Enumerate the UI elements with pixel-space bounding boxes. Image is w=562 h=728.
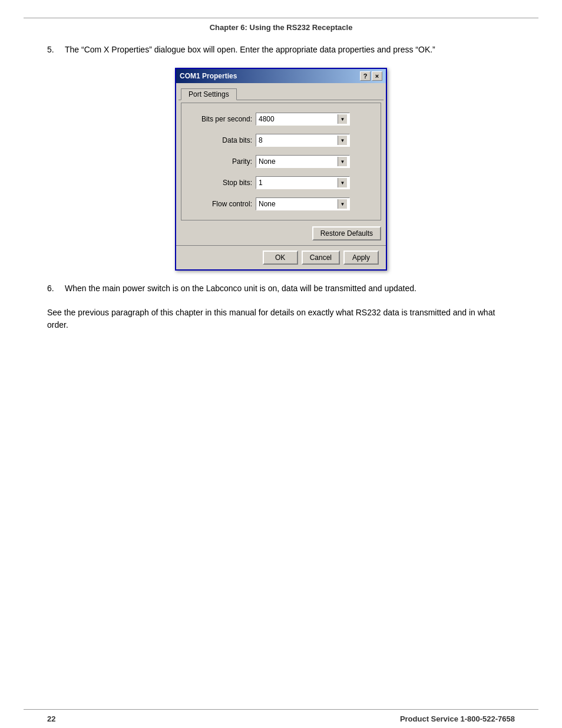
flow-control-label: Flow control: [191, 200, 256, 208]
port-settings-tab[interactable]: Port Settings [181, 88, 237, 100]
bits-per-second-select[interactable]: 4800 ▼ [256, 113, 350, 126]
bits-per-second-row: Bits per second: 4800 ▼ [191, 113, 371, 126]
settings-panel: Bits per second: 4800 ▼ Data bits: [181, 103, 381, 220]
step-5: 5. The “Com X Properties” dialogue box w… [47, 44, 515, 56]
data-bits-row: Data bits: 8 ▼ [191, 134, 371, 147]
step-6: 6. When the main power switch is on the … [47, 282, 515, 295]
parity-select-wrapper: None ▼ [256, 155, 371, 168]
data-bits-label: Data bits: [191, 136, 256, 144]
page: Chapter 6: Using the RS232 Receptacle 5.… [0, 0, 562, 728]
stop-bits-value: 1 [259, 179, 338, 187]
flow-control-select-wrapper: None ▼ [256, 197, 371, 210]
step-5-text: The “Com X Properties” dialogue box will… [65, 44, 515, 56]
stop-bits-arrow: ▼ [338, 178, 347, 187]
parity-arrow: ▼ [338, 157, 347, 166]
bits-per-second-arrow: ▼ [338, 114, 347, 124]
stop-bits-select[interactable]: 1 ▼ [256, 176, 350, 189]
bits-per-second-label: Bits per second: [191, 115, 256, 123]
data-bits-value: 8 [259, 136, 338, 144]
step-6-text: When the main power switch is on the Lab… [65, 282, 515, 295]
titlebar-buttons: ? × [360, 71, 382, 81]
dialog-titlebar: COM1 Properties ? × [176, 69, 386, 83]
bits-per-second-value: 4800 [259, 115, 338, 123]
data-bits-select-wrapper: 8 ▼ [256, 134, 371, 147]
dialog-footer: OK Cancel Apply [176, 245, 386, 269]
content-area: 5. The “Com X Properties” dialogue box w… [0, 32, 562, 709]
flow-control-arrow: ▼ [338, 199, 347, 209]
com1-properties-dialog: COM1 Properties ? × Port Settings [175, 68, 387, 271]
flow-control-row: Flow control: None ▼ [191, 197, 371, 210]
restore-defaults-row: Restore Defaults [178, 223, 384, 243]
dialog-body: Port Settings Bits per second: 4800 ▼ [176, 83, 386, 245]
data-bits-select[interactable]: 8 ▼ [256, 134, 350, 147]
stop-bits-label: Stop bits: [191, 179, 256, 187]
parity-select[interactable]: None ▼ [256, 155, 350, 168]
step-6-number: 6. [47, 282, 65, 295]
parity-value: None [259, 157, 338, 166]
dialog-container: COM1 Properties ? × Port Settings [47, 68, 515, 271]
flow-control-value: None [259, 200, 338, 208]
apply-button[interactable]: Apply [343, 251, 379, 265]
closing-paragraph: See the previous paragraph of this chapt… [47, 307, 515, 331]
restore-defaults-button[interactable]: Restore Defaults [312, 226, 381, 241]
stop-bits-row: Stop bits: 1 ▼ [191, 176, 371, 189]
service-info: Product Service 1-800-522-7658 [400, 714, 515, 723]
flow-control-select[interactable]: None ▼ [256, 197, 350, 210]
parity-label: Parity: [191, 157, 256, 166]
footer-bar: 22 Product Service 1-800-522-7658 [0, 710, 562, 728]
ok-button[interactable]: OK [263, 251, 298, 265]
tab-bar: Port Settings [178, 85, 384, 100]
help-button[interactable]: ? [360, 71, 371, 81]
parity-row: Parity: None ▼ [191, 155, 371, 168]
page-number: 22 [47, 714, 55, 723]
step-5-number: 5. [47, 44, 65, 56]
data-bits-arrow: ▼ [338, 136, 347, 145]
chapter-title: Chapter 6: Using the RS232 Receptacle [0, 18, 562, 32]
dialog-title: COM1 Properties [180, 72, 237, 80]
bits-per-second-select-wrapper: 4800 ▼ [256, 113, 371, 126]
close-button[interactable]: × [372, 71, 382, 81]
stop-bits-select-wrapper: 1 ▼ [256, 176, 371, 189]
cancel-button[interactable]: Cancel [302, 251, 340, 265]
